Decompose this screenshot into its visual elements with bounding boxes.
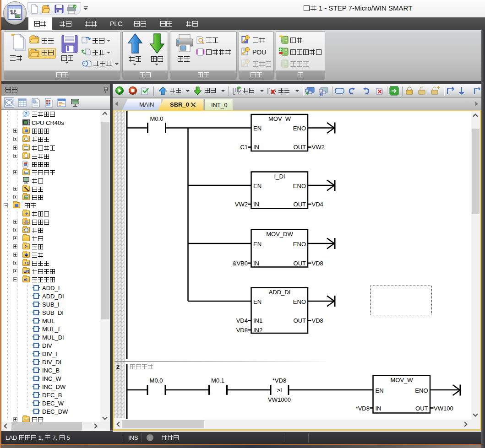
svg-text:?: ? — [25, 111, 27, 116]
svg-text:IN: IN — [376, 405, 381, 412]
svg-text:OUT: OUT — [294, 201, 306, 208]
svg-text:VD4: VD4 — [236, 317, 248, 324]
svg-text:VW1000: VW1000 — [268, 396, 291, 403]
svg-text:OUT: OUT — [294, 317, 306, 324]
svg-text:MOV_W: MOV_W — [390, 377, 413, 383]
svg-text:IN: IN — [253, 201, 259, 208]
svg-text:VW2: VW2 — [235, 201, 248, 208]
svg-text:VD8: VD8 — [312, 260, 323, 267]
svg-text:OUT: OUT — [415, 405, 428, 412]
svg-text:>I: >I — [277, 387, 282, 394]
svg-text:MOV_W: MOV_W — [268, 115, 291, 122]
svg-text:EN: EN — [253, 183, 262, 189]
svg-text:M0.0: M0.0 — [150, 115, 163, 122]
svg-text:VW100: VW100 — [434, 405, 453, 412]
svg-text:IN1: IN1 — [253, 317, 262, 324]
svg-text:ENO: ENO — [293, 298, 306, 305]
svg-text:ENO: ENO — [293, 125, 306, 132]
svg-text:EN: EN — [253, 298, 262, 305]
svg-text:IN: IN — [253, 144, 259, 151]
svg-text:ENO: ENO — [293, 241, 306, 248]
svg-text:ENO: ENO — [293, 183, 306, 189]
svg-text:OUT: OUT — [294, 144, 306, 151]
svg-text:EN: EN — [253, 125, 262, 132]
svg-text:&VB0: &VB0 — [233, 260, 248, 267]
svg-text:ENO: ENO — [415, 387, 428, 394]
svg-text:ADD_DI: ADD_DI — [269, 289, 291, 296]
svg-text:*VD8: *VD8 — [272, 377, 286, 384]
svg-text:M0.0: M0.0 — [150, 377, 163, 384]
svg-text:VD8: VD8 — [312, 317, 323, 324]
svg-text:EN: EN — [253, 241, 262, 248]
svg-text:I_DI: I_DI — [274, 173, 285, 180]
svg-text:C1: C1 — [240, 144, 248, 151]
svg-text:VD4: VD4 — [312, 201, 323, 208]
svg-text:*VD8: *VD8 — [356, 405, 370, 412]
svg-text:M0.1: M0.1 — [211, 377, 224, 384]
svg-text:MOV_DW: MOV_DW — [266, 231, 293, 237]
svg-text:VD8: VD8 — [236, 327, 248, 334]
svg-text:VW2: VW2 — [312, 144, 325, 151]
svg-text:OUT: OUT — [294, 260, 306, 267]
svg-text:IN2: IN2 — [253, 327, 262, 334]
svg-text:IN: IN — [253, 260, 259, 267]
svg-text:EN: EN — [376, 387, 384, 394]
